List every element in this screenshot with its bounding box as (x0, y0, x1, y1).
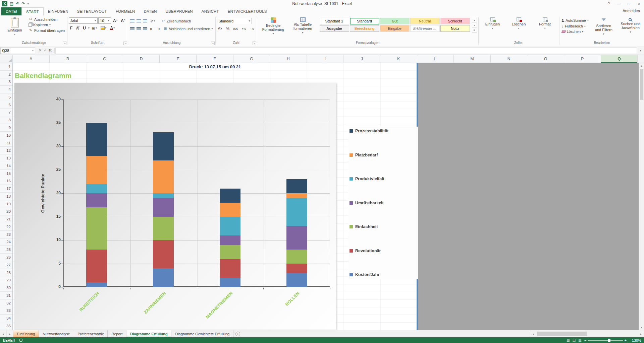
align-bottom-icon[interactable] (143, 19, 147, 23)
print-note-cell[interactable]: Druck: 13.07.15 um 09.21 (13, 64, 417, 69)
legend-item-revolutionär[interactable]: Revolutionär (350, 249, 417, 253)
format-cells-button[interactable]: Format ▾ (532, 16, 558, 31)
column-header-q[interactable]: Q (601, 55, 638, 63)
number-format-combo[interactable]: Standard ▾ (217, 18, 252, 24)
gallery-more-icon[interactable]: ≡ (472, 28, 477, 32)
segment-magnetriemen-einfachheit[interactable] (220, 245, 240, 259)
ribbon-tab-seitenlayout[interactable]: SEITENLAYOUT (73, 7, 111, 15)
align-left-icon[interactable] (130, 27, 135, 30)
sheet-canvas[interactable]: Druck: 13.07.15 um 09.21 Balkendiagramm … (13, 63, 639, 330)
sheet-heading-cell[interactable]: Balkendiagramm (15, 72, 71, 80)
row-header-2[interactable]: 2 (0, 71, 12, 78)
ribbon-tab-überprüfen[interactable]: ÜBERPRÜFEN (161, 7, 197, 15)
column-header-p[interactable]: P (564, 55, 601, 63)
segment-rollen-prozessstabilität[interactable] (286, 179, 307, 193)
font-color-button[interactable]: A▾ (109, 25, 116, 31)
segment-rollen-produktvielfalt[interactable] (286, 198, 307, 226)
segment-zahnriemen-umrüstbarkeit[interactable] (153, 198, 174, 217)
select-all-button[interactable] (0, 55, 13, 63)
segment-magnetriemen-kosten-jahr[interactable] (220, 278, 240, 287)
sheet-nav-left-icon[interactable]: ◂ (0, 330, 7, 337)
comma-style-button[interactable]: 000 (232, 25, 239, 32)
macro-record-icon[interactable] (19, 339, 22, 342)
bar-magnetriemen[interactable] (220, 189, 240, 287)
customize-qat-icon[interactable]: ▾ (27, 2, 29, 5)
align-middle-icon[interactable] (137, 19, 141, 23)
autosum-button[interactable]: Σ AutoSumme ▾ (561, 17, 590, 23)
ribbon-tab-entwicklertools[interactable]: ENTWICKLERTOOLS (223, 7, 271, 15)
row-header-7[interactable]: 7 (0, 109, 12, 117)
row-header-19[interactable]: 19 (0, 200, 12, 208)
number-format-dropdown-icon[interactable]: ▾ (249, 19, 250, 22)
row-header-1[interactable]: 1 (0, 63, 12, 71)
gallery-up-icon[interactable]: ▴ (472, 18, 477, 22)
zoom-out-icon[interactable]: − (584, 338, 586, 342)
grow-font-button[interactable]: A▴ (112, 17, 119, 24)
cell-style-standard[interactable]: Standard (350, 18, 379, 24)
scroll-up-icon[interactable]: ▴ (639, 63, 644, 68)
align-right-icon[interactable] (143, 27, 147, 30)
orientation-button[interactable]: ⇗▾ (149, 18, 156, 24)
segment-rundtisch-einfachheit[interactable] (86, 207, 107, 250)
row-header-29[interactable]: 29 (0, 276, 12, 284)
row-header-9[interactable]: 9 (0, 124, 12, 132)
legend-item-kosten-jahr[interactable]: Kosten/Jahr (350, 272, 417, 277)
column-header-j[interactable]: J (343, 55, 380, 63)
segment-magnetriemen-produktvielfalt[interactable] (220, 217, 240, 235)
cell-style-ausgabe[interactable]: Ausgabe (320, 25, 349, 32)
sign-in-link[interactable]: Anmelden (623, 9, 640, 13)
cell-style-eingabe[interactable]: Eingabe (380, 25, 410, 32)
column-header-f[interactable]: F (197, 55, 233, 63)
segment-zahnriemen-kosten-jahr[interactable] (153, 268, 174, 287)
restore-button[interactable]: □ (624, 0, 634, 7)
row-header-33[interactable]: 33 (0, 307, 12, 315)
column-header-o[interactable]: O (527, 55, 564, 63)
paste-button[interactable]: Einfügen ▾ (2, 16, 28, 37)
bar-zahnriemen[interactable] (153, 132, 174, 287)
scroll-left-icon[interactable]: ◂ (530, 332, 536, 336)
column-header-b[interactable]: B (50, 55, 87, 63)
cell-style-berechnung[interactable]: Berechnung (350, 25, 379, 32)
name-box-dropdown-icon[interactable]: ▾ (32, 49, 34, 52)
increase-decimal-button[interactable]: +,0 (240, 25, 248, 32)
borders-button[interactable]: ⊞▾ (91, 25, 98, 31)
ribbon-tab-formeln[interactable]: FORMELN (111, 7, 140, 15)
column-header-c[interactable]: C (86, 55, 123, 63)
cell-style-erklärender[interactable]: Erklärender ... (410, 25, 440, 32)
font-size-dropdown-icon[interactable]: ▾ (108, 19, 109, 22)
excel-logo-icon[interactable]: X (2, 1, 7, 6)
row-header-25[interactable]: 25 (0, 246, 12, 254)
column-header-a[interactable]: A (13, 55, 50, 63)
vertical-scroll-thumb[interactable] (640, 69, 643, 100)
zoom-thumb[interactable] (608, 339, 610, 342)
row-header-6[interactable]: 6 (0, 101, 12, 109)
align-center-icon[interactable] (137, 27, 141, 30)
scroll-down-icon[interactable]: ▾ (639, 325, 644, 330)
row-header-20[interactable]: 20 (0, 208, 12, 216)
undo-icon[interactable]: ↶ (16, 2, 19, 6)
row-header-24[interactable]: 24 (0, 238, 12, 246)
zoom-level[interactable]: 130% (629, 338, 641, 342)
paste-dropdown-icon[interactable]: ▾ (14, 33, 15, 36)
format-painter-button[interactable]: ✎ Format übertragen (28, 27, 66, 33)
row-header-28[interactable]: 28 (0, 269, 12, 277)
column-header-l[interactable]: L (417, 55, 454, 63)
segment-rollen-einfachheit[interactable] (286, 250, 307, 264)
segment-magnetriemen-prozessstabilität[interactable] (220, 189, 240, 203)
segment-rundtisch-revolutionär[interactable] (86, 250, 107, 282)
cell-style-notiz[interactable]: Notiz (440, 25, 470, 32)
align-top-icon[interactable] (130, 19, 135, 23)
page-break-view-icon[interactable]: ▥ (578, 338, 581, 342)
decrease-indent-button[interactable]: ⇤ (149, 25, 155, 32)
row-header-21[interactable]: 21 (0, 215, 12, 223)
formula-input[interactable] (55, 47, 637, 54)
sheet-nav-right-icon[interactable]: ▸ (7, 330, 13, 337)
cancel-icon[interactable]: ✕ (39, 48, 42, 53)
legend-item-platzbedarf[interactable]: Platzbedarf (350, 153, 417, 157)
shrink-font-button[interactable]: A▾ (119, 17, 126, 24)
row-header-31[interactable]: 31 (0, 292, 12, 299)
row-header-27[interactable]: 27 (0, 261, 12, 269)
row-header-13[interactable]: 13 (0, 154, 12, 162)
copy-button[interactable]: Kopieren ▾ (28, 22, 66, 27)
segment-rollen-umrüstbarkeit[interactable] (286, 226, 307, 250)
